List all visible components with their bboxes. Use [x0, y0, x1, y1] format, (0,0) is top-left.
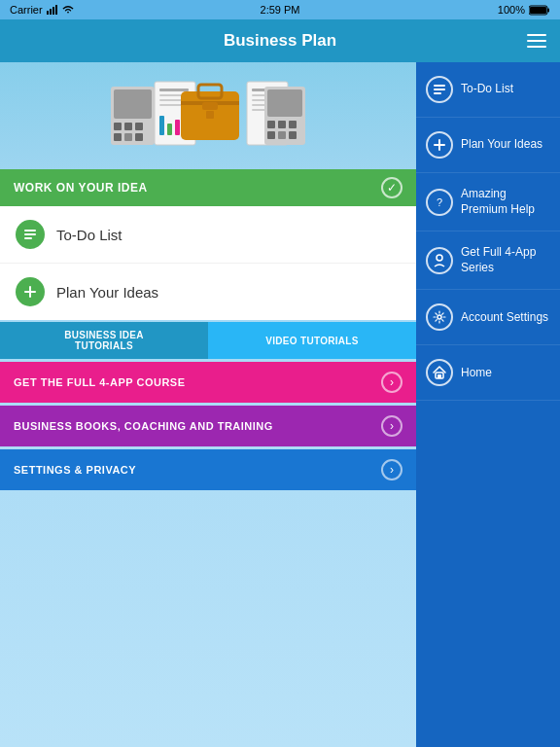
sidebar-item-home[interactable]: Home: [416, 345, 560, 401]
status-battery: 100%: [498, 4, 550, 16]
sidebar-item-premium-help[interactable]: ? Amazing Premium Help: [416, 173, 560, 231]
plan-ideas-item[interactable]: Plan Your Ideas: [0, 264, 416, 320]
svg-rect-9: [114, 123, 122, 130]
plus-icon: [23, 285, 37, 299]
sidebar-home-icon: [426, 359, 453, 386]
battery-icon: [529, 5, 550, 16]
status-carrier: Carrier: [10, 4, 74, 16]
settings-privacy-row[interactable]: SETTINGS & PRIVACY ›: [0, 449, 416, 490]
work-on-idea-header[interactable]: WORK ON YOUR IDEA ✓: [0, 169, 416, 206]
svg-rect-10: [124, 123, 132, 130]
business-books-label: BUSINESS BOOKS, COACHING AND TRAINING: [14, 420, 273, 432]
svg-rect-47: [434, 85, 445, 87]
svg-rect-18: [159, 99, 184, 101]
sidebar-plan-label: Plan Your Ideas: [461, 137, 542, 153]
plan-label: Plan Your Ideas: [56, 284, 158, 301]
svg-rect-3: [55, 5, 57, 15]
get-full-course-row[interactable]: GET THE FULL 4-APP COURSE ›: [0, 362, 416, 403]
svg-rect-6: [530, 7, 546, 14]
todo-label: To-Do List: [56, 227, 122, 243]
settings-privacy-label: SETTINGS & PRIVACY: [14, 464, 136, 476]
hero-illustration: [101, 67, 315, 164]
signal-icon: [47, 5, 58, 15]
hero-image: [0, 62, 416, 169]
svg-rect-12: [114, 133, 122, 141]
sidebar-item-plan[interactable]: Plan Your Ideas: [416, 118, 560, 173]
svg-rect-27: [206, 111, 214, 119]
svg-rect-22: [175, 120, 180, 135]
wifi-icon: [62, 5, 74, 15]
sidebar-4app-label: Get Full 4-App Series: [461, 245, 550, 275]
menu-button[interactable]: [527, 34, 546, 48]
svg-rect-16: [159, 89, 189, 91]
tab-video-tutorials[interactable]: VIDEO TUTORIALS: [208, 322, 416, 359]
svg-rect-11: [135, 123, 143, 130]
svg-point-53: [437, 255, 442, 261]
status-bar: Carrier 2:59 PM 100%: [0, 0, 560, 19]
books-chevron: ›: [381, 415, 402, 437]
sidebar-settings-icon: [426, 303, 453, 331]
svg-rect-20: [159, 116, 164, 135]
svg-rect-49: [434, 92, 441, 94]
svg-rect-51: [434, 144, 445, 146]
status-time: 2:59 PM: [261, 4, 300, 16]
svg-rect-43: [24, 233, 36, 235]
svg-text:?: ?: [437, 196, 442, 208]
sidebar-todo-label: To-Do List: [461, 82, 513, 97]
svg-rect-48: [434, 89, 445, 90]
svg-rect-40: [278, 131, 286, 139]
business-books-row[interactable]: BUSINESS BOOKS, COACHING AND TRAINING ›: [0, 406, 416, 446]
sidebar-4app-icon: [426, 247, 453, 274]
main-layout: WORK ON YOUR IDEA ✓ To-Do List: [0, 62, 560, 747]
svg-rect-1: [50, 9, 52, 15]
white-cards-area: To-Do List Plan Your Ideas: [0, 206, 416, 320]
svg-point-54: [438, 315, 441, 319]
svg-rect-8: [114, 89, 152, 119]
svg-rect-39: [267, 131, 275, 139]
expand-icon: ✓: [381, 177, 402, 198]
sidebar-item-settings[interactable]: Account Settings: [416, 290, 560, 345]
sidebar-home-label: Home: [461, 366, 492, 381]
svg-rect-26: [202, 102, 218, 110]
sidebar-help-icon: ?: [426, 189, 453, 216]
svg-rect-0: [47, 11, 49, 15]
settings-chevron: ›: [381, 459, 402, 480]
nav-title: Business Plan: [224, 31, 336, 51]
sidebar-item-4app[interactable]: Get Full 4-App Series: [416, 231, 560, 290]
svg-rect-5: [547, 8, 549, 12]
svg-rect-21: [167, 124, 172, 135]
svg-rect-41: [289, 131, 297, 139]
tab-business-idea[interactable]: BUSINESS IDEA TUTORIALS: [0, 322, 208, 359]
svg-rect-37: [278, 121, 286, 128]
list-icon: [23, 228, 37, 241]
course-chevron: ›: [381, 372, 402, 393]
work-on-idea-label: WORK ON YOUR IDEA: [14, 181, 148, 195]
sidebar-help-label: Amazing Premium Help: [461, 187, 550, 217]
svg-rect-14: [135, 133, 143, 141]
right-sidebar: To-Do List Plan Your Ideas ? Amazing Pre…: [416, 62, 560, 747]
nav-bar: Business Plan: [0, 19, 560, 62]
get-full-course-label: GET THE FULL 4-APP COURSE: [14, 376, 186, 388]
svg-rect-2: [52, 7, 54, 15]
sidebar-item-todo[interactable]: To-Do List: [416, 62, 560, 118]
svg-rect-36: [267, 121, 275, 128]
tabs-row: BUSINESS IDEA TUTORIALS VIDEO TUTORIALS: [0, 322, 416, 359]
todo-icon: [16, 220, 45, 249]
svg-rect-42: [24, 230, 36, 231]
plan-icon: [16, 277, 45, 306]
svg-rect-44: [24, 237, 32, 239]
svg-rect-35: [267, 89, 302, 117]
todo-list-item[interactable]: To-Do List: [0, 206, 416, 264]
svg-rect-38: [289, 121, 297, 128]
svg-rect-46: [24, 291, 36, 293]
sidebar-settings-label: Account Settings: [461, 310, 548, 326]
svg-rect-56: [438, 374, 441, 378]
svg-rect-13: [124, 133, 132, 141]
sidebar-todo-icon: [426, 76, 453, 103]
left-panel: WORK ON YOUR IDEA ✓ To-Do List: [0, 62, 416, 747]
sidebar-plan-icon: [426, 131, 453, 159]
